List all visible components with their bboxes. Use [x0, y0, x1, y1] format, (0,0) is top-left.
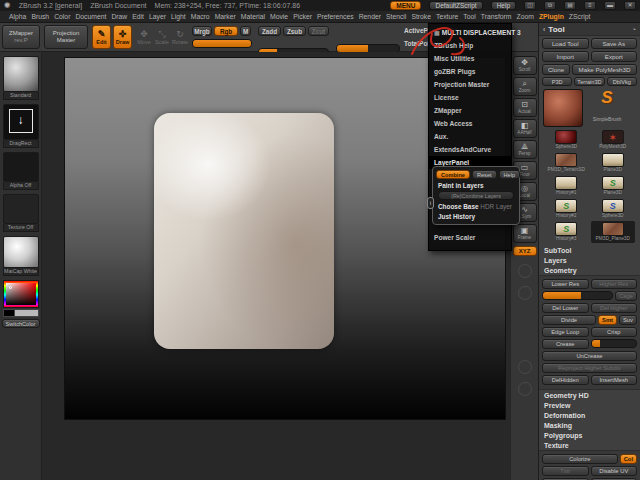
misc-utilities-item[interactable]: Misc Utilities: [429, 52, 511, 65]
menu-macro[interactable]: Macro: [191, 13, 210, 20]
menu-stroke[interactable]: Stroke: [411, 13, 431, 20]
menu-render[interactable]: Render: [359, 13, 381, 20]
secondary-color-swatch[interactable]: [15, 309, 39, 317]
menu-brush[interactable]: Brush: [31, 13, 49, 20]
zbrush-help-item[interactable]: ZBrush Help: [429, 39, 511, 52]
del-higher-button[interactable]: Del Higher: [591, 303, 638, 313]
menu-tool[interactable]: Tool: [463, 13, 475, 20]
minimize-icon[interactable]: ▬: [604, 1, 616, 10]
menu-edit[interactable]: Edit: [132, 13, 144, 20]
current-tool-thumbnail[interactable]: [543, 89, 583, 127]
inventory-item[interactable]: PM3D_TerrainSD: [544, 152, 589, 174]
zmapper-item[interactable]: ZMapper: [429, 104, 511, 117]
brush-thumbnail[interactable]: [3, 56, 39, 92]
menu-marker[interactable]: Marker: [215, 13, 236, 20]
power-scaler-item[interactable]: Power Scaler: [429, 231, 511, 244]
aux-item[interactable]: Aux.: [429, 130, 511, 143]
projection-master-item[interactable]: Projection Master: [429, 78, 511, 91]
xyz-button[interactable]: XYZ: [513, 246, 537, 256]
crease-lvl-slider[interactable]: CreaseLvl 15: [591, 339, 638, 348]
extendsandcurve-item[interactable]: ExtendsAndCurve: [429, 143, 511, 156]
list-icon[interactable]: ▤: [564, 1, 576, 10]
current-brush-well[interactable]: Standard: [3, 56, 39, 100]
section-masking[interactable]: Masking: [539, 420, 640, 430]
combine-button[interactable]: Combine: [436, 170, 470, 179]
del-lower-button[interactable]: Del Lower: [542, 303, 589, 313]
persp-button[interactable]: ⟁ Persp: [513, 140, 537, 159]
import-button[interactable]: Import: [542, 51, 589, 62]
popup-help-button[interactable]: Help: [499, 170, 521, 179]
simple-brush-item[interactable]: S SimpleBrush: [587, 89, 627, 125]
menu-light[interactable]: Light: [171, 13, 186, 20]
menu-alpha[interactable]: Alpha: [9, 13, 26, 20]
color-picker[interactable]: [3, 280, 39, 308]
export-button[interactable]: Export: [591, 51, 638, 62]
stroke-thumbnail[interactable]: ↓: [3, 104, 39, 140]
frame-button[interactable]: ▣ Frame: [513, 224, 537, 243]
menu-zoom[interactable]: Zoom: [517, 13, 534, 20]
scale-button[interactable]: ⤡ Scale: [154, 27, 170, 47]
color-picker-cursor[interactable]: [9, 286, 12, 289]
inventory-item[interactable]: Sphere3D: [544, 129, 589, 151]
quick-terrain3d-button[interactable]: Terrain3D: [574, 77, 604, 86]
ghost-button-4[interactable]: [518, 382, 532, 396]
divide-button[interactable]: Divide: [542, 315, 596, 325]
del-hidden-button[interactable]: DelHidden: [542, 375, 589, 385]
default-zscript-button[interactable]: DefaultZScript: [429, 1, 482, 10]
make-polymesh3d-button[interactable]: Make PolyMesh3D: [572, 64, 637, 75]
inventory-item[interactable]: Plane3D: [591, 175, 636, 197]
menu-color[interactable]: Color: [54, 13, 70, 20]
section-geometry-hd[interactable]: Geometry HD: [539, 390, 640, 400]
menu-picker[interactable]: Picker: [293, 13, 312, 20]
inventory-item[interactable]: PolyMesh3D: [591, 129, 636, 151]
save-as-button[interactable]: Save As: [591, 38, 638, 49]
recombine-layers-button[interactable]: (Re)Combine Layers: [438, 191, 514, 200]
zadd-button[interactable]: Zadd: [258, 26, 281, 36]
colorize-button[interactable]: Colorize: [542, 454, 618, 464]
menu-stencil[interactable]: Stencil: [386, 13, 406, 20]
sdiv-slider[interactable]: SDiv 1: [542, 291, 613, 300]
section-texture[interactable]: Texture: [539, 440, 640, 450]
menu-movie[interactable]: Movie: [270, 13, 288, 20]
menu-layer[interactable]: Layer: [149, 13, 166, 20]
help-button[interactable]: Help: [491, 1, 516, 10]
cascade-icon[interactable]: ⧉: [544, 1, 556, 10]
inventory-item[interactable]: History#2: [544, 198, 589, 220]
uncrease-button[interactable]: UnCrease: [542, 351, 637, 361]
material-well[interactable]: MatCap White: [3, 236, 39, 276]
menu-button[interactable]: MENU: [390, 1, 421, 10]
alpha-thumbnail[interactable]: [3, 152, 39, 182]
move-button[interactable]: ✥ Move: [136, 27, 152, 47]
section-subtool[interactable]: SubTool: [539, 245, 640, 255]
zsub-button[interactable]: Zsub: [283, 26, 306, 36]
suv-toggle[interactable]: Suv: [619, 315, 637, 325]
inventory-item[interactable]: Sphere3D: [591, 198, 636, 220]
web-access-item[interactable]: Web Access: [429, 117, 511, 130]
section-geometry[interactable]: Geometry: [539, 265, 640, 275]
lower-res-button[interactable]: Lower Res: [542, 279, 589, 289]
crease-button[interactable]: Crease: [542, 339, 589, 349]
inventory-item[interactable]: History#1: [544, 175, 589, 197]
switch-color-button[interactable]: SwitchColor: [2, 319, 40, 328]
rgb-intensity-slider[interactable]: Rgb Intensity 100: [192, 39, 252, 48]
ghost-button-2[interactable]: [518, 286, 532, 300]
stroke-well[interactable]: ↓ DragRect: [3, 104, 39, 148]
ghost-button-1[interactable]: [518, 264, 532, 278]
plane3d-object[interactable]: [154, 113, 334, 349]
draw-button[interactable]: ✜ Draw: [113, 25, 132, 49]
menu-texture[interactable]: Texture: [436, 13, 458, 20]
material-thumbnail[interactable]: [3, 236, 39, 268]
insert-mesh-button[interactable]: InsertMesh: [591, 375, 638, 385]
txtr-button[interactable]: Txtr: [542, 466, 589, 476]
back-arrow-icon[interactable]: ‹: [543, 26, 545, 33]
inventory-item-selected[interactable]: PM3D_Plane3D: [591, 221, 636, 243]
quick-dblvkg-button[interactable]: DblVkg: [607, 77, 637, 86]
menu-lines-icon[interactable]: ≡: [584, 1, 596, 10]
inventory-item[interactable]: History#3: [544, 221, 589, 243]
mrgb-button[interactable]: Mrgb: [192, 26, 212, 36]
reset-button[interactable]: Reset: [472, 170, 497, 179]
disable-uv-button[interactable]: Disable UV: [591, 466, 638, 476]
smt-toggle[interactable]: Smt: [598, 315, 617, 325]
reproject-button[interactable]: Reproject Higher Subdiv: [542, 363, 637, 373]
menu-material[interactable]: Material: [241, 13, 265, 20]
